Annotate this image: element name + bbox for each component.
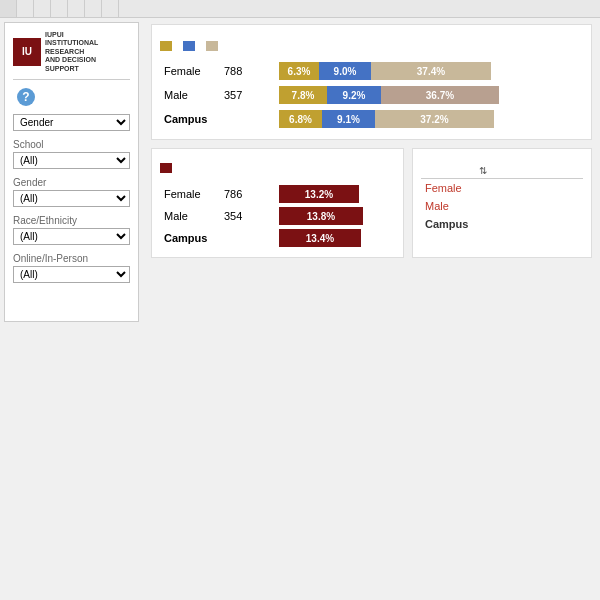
cell-bar: 7.8%9.2%36.7% [275,83,583,107]
bar-segment: 36.7% [381,86,499,104]
help-icon[interactable]: ? [17,88,35,106]
cell-total: 357 [220,83,275,107]
legend-definitely-no [160,41,175,51]
plans-table: ⇅ FemaleMaleCampus [421,163,583,233]
gender-filter: Gender (All) [13,177,130,207]
cell-bar: 6.3%9.0%37.4% [275,59,583,83]
bar-container: 7.8%9.2%36.7% [279,85,579,105]
cell-bar: 13.2% [275,183,395,205]
cell-total: 788 [220,59,275,83]
group-dropdown-container: Gender School Race/Ethnicity [13,114,130,131]
nav-item-advisor[interactable] [17,0,34,17]
school-select[interactable]: (All) [13,152,130,169]
recommend-legend [160,41,583,51]
cell-total: 354 [220,205,275,227]
legend-probably-no-box [183,41,195,51]
cell-group: Male [421,197,583,215]
table-row: Male [421,197,583,215]
race-filter: Race/Ethnicity (All) [13,215,130,245]
table-row: Female [421,179,583,198]
bar-segment: 9.0% [319,62,371,80]
legend-undecided [206,41,221,51]
nav-item-resources[interactable] [85,0,102,17]
table-row: Campus13.4% [160,227,395,249]
sidebar: IU IUPUIINSTITUTIONAL RESEARCHAND DECISI… [4,22,139,322]
bar-container: 6.8%9.1%37.2% [279,109,579,129]
group-by-select[interactable]: Gender School Race/Ethnicity [13,114,130,131]
masters-legend [160,163,395,173]
legend-probably-no [183,41,198,51]
content-area: Female7886.3%9.0%37.4%Male3577.8%9.2%36.… [143,18,600,600]
bar-segment: 7.8% [279,86,327,104]
cell-group: Campus [160,227,220,249]
plans-header-groups [421,163,475,179]
bar-segment: 13.2% [279,185,359,203]
table-row: Male3577.8%9.2%36.7% [160,83,583,107]
nav-item-recommend[interactable] [0,0,17,17]
cell-bar: 13.8% [275,205,395,227]
table-row: Female78613.2% [160,183,395,205]
bar-segment: 9.2% [327,86,381,104]
navigation-bar [0,0,600,18]
legend-undecided-box [206,41,218,51]
online-select[interactable]: (All) [13,266,130,283]
cell-group: Male [160,83,220,107]
table-row: Female7886.3%9.0%37.4% [160,59,583,83]
table-row: Campus6.8%9.1%37.2% [160,107,583,131]
hover-help-label[interactable]: ? [13,88,130,106]
bottom-layout: Female78613.2%Male35413.8%Campus13.4% ⇅ … [151,148,592,258]
cell-group: Female [160,183,220,205]
bar-segment: 13.4% [279,229,361,247]
masters-section: Female78613.2%Male35413.8%Campus13.4% [151,148,404,258]
online-filter: Online/In-Person (All) [13,253,130,283]
main-layout: IU IUPUIINSTITUTIONAL RESEARCHAND DECISI… [0,18,600,600]
plans-section: ⇅ FemaleMaleCampus [412,148,592,258]
bar-segment: 13.8% [279,207,363,225]
iupui-logo: IU IUPUIINSTITUTIONAL RESEARCHAND DECISI… [13,31,130,80]
online-label: Online/In-Person [13,253,130,264]
cell-bar: 13.4% [275,227,395,249]
plans-header-sort[interactable]: ⇅ [475,163,583,179]
gender-select[interactable]: (All) [13,190,130,207]
gender-label: Gender [13,177,130,188]
table-row: Male35413.8% [160,205,395,227]
bar-container: 6.3%9.0%37.4% [279,61,579,81]
legend-definitely-no-box [160,41,172,51]
bar-segment: 9.1% [322,110,375,128]
bar-segment: 6.3% [279,62,319,80]
cell-total: 786 [220,183,275,205]
cell-group: Campus [421,215,583,233]
table-row: Campus [421,215,583,233]
cell-total [220,107,275,131]
nav-item-participate[interactable] [68,0,85,17]
recommend-section: Female7886.3%9.0%37.4%Male3577.8%9.2%36.… [151,24,592,140]
recommend-table: Female7886.3%9.0%37.4%Male3577.8%9.2%36.… [160,55,583,131]
bar-segment: 37.2% [375,110,494,128]
cell-group: Male [160,205,220,227]
cell-group: Female [160,59,220,83]
bar-segment: 37.4% [371,62,491,80]
race-label: Race/Ethnicity [13,215,130,226]
nav-item-work[interactable] [51,0,68,17]
cell-group: Female [421,179,583,198]
masters-table: Female78613.2%Male35413.8%Campus13.4% [160,179,395,249]
cell-total [220,227,275,249]
race-select[interactable]: (All) [13,228,130,245]
nav-item-experiences[interactable] [102,0,119,17]
cell-group: Campus [160,107,220,131]
masters-legend-box [160,163,172,173]
school-filter: School (All) [13,139,130,169]
bar-segment: 6.8% [279,110,322,128]
school-label: School [13,139,130,150]
nav-item-assistantships[interactable] [34,0,51,17]
iupui-text: IUPUIINSTITUTIONAL RESEARCHAND DECISION … [45,31,130,73]
iupui-icon: IU [13,38,41,66]
cell-bar: 6.8%9.1%37.2% [275,107,583,131]
